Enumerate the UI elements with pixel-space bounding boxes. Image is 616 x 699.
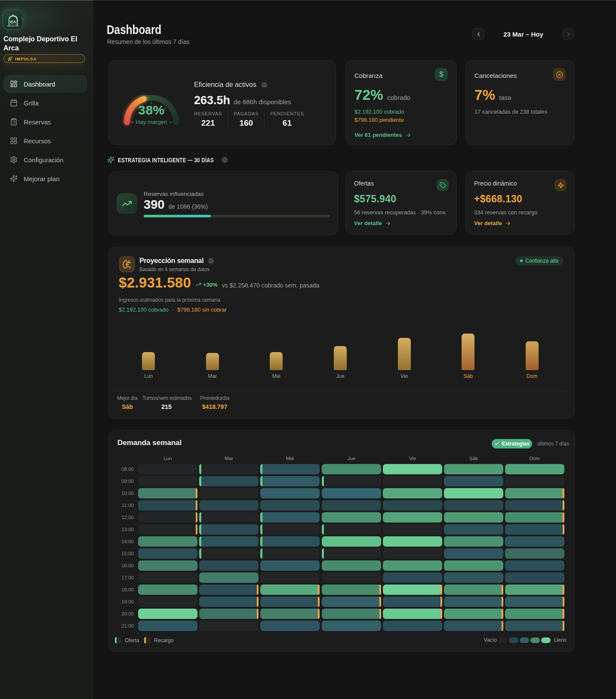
svg-text:EA: EA xyxy=(10,19,16,24)
